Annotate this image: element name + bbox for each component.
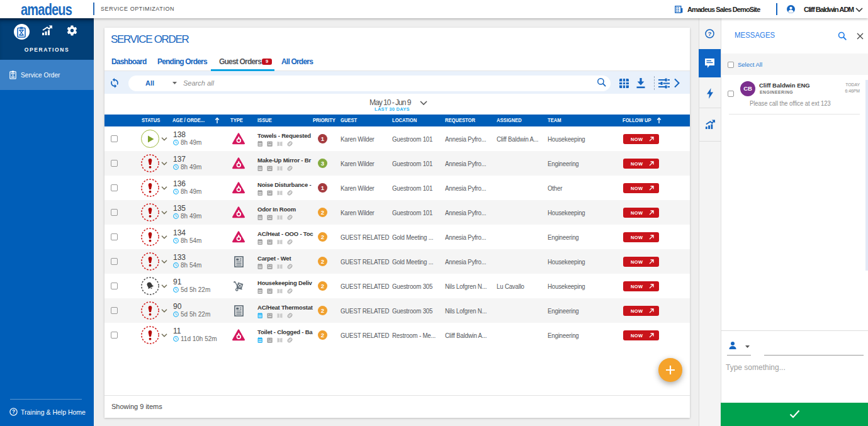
svg-text:?: ? (708, 30, 712, 37)
svg-text:?: ? (12, 408, 15, 415)
